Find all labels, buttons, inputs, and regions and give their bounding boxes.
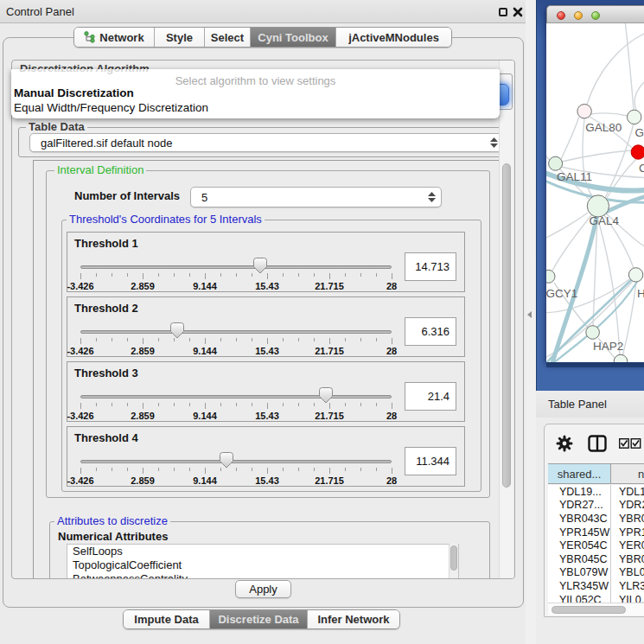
tab-infer-network[interactable]: Infer Network	[307, 610, 399, 628]
column-header-shared-name[interactable]: shared...	[548, 464, 611, 483]
minimize-traffic-light[interactable]	[574, 11, 583, 20]
table-hscrollbar-thumb[interactable]	[552, 606, 626, 614]
slider-tick	[112, 403, 112, 406]
popup-item-manual-discretization[interactable]: Manual Discretization	[14, 86, 134, 99]
table-hscrollbar[interactable]	[548, 603, 644, 615]
table-row[interactable]: YLR345WYLR3...	[548, 579, 644, 593]
tab-label: Style	[166, 31, 193, 44]
network-edge[interactable]	[625, 23, 634, 110]
network-edge[interactable]	[546, 151, 550, 160]
tab-discretize-data[interactable]: Discretize Data	[209, 610, 307, 628]
slider-tick	[376, 338, 377, 341]
slider-tick	[283, 338, 284, 341]
interval-definition-group-title: Interval Definition	[54, 163, 146, 176]
cell-name: YBR0...	[611, 513, 644, 525]
slider-track[interactable]	[80, 395, 392, 399]
network-node[interactable]	[586, 326, 600, 340]
slider-thumb[interactable]	[253, 258, 267, 274]
network-node[interactable]	[546, 270, 555, 283]
popup-placeholder-item[interactable]: Select algorithm to view settings	[11, 74, 500, 87]
attribute-list-item[interactable]: BetweennessCentrality	[67, 572, 458, 579]
screen: Control Panel NetworkStyleSelectCyni Too…	[0, 0, 644, 644]
attributes-list-scrollbar[interactable]	[449, 544, 458, 579]
threshold-value-field[interactable]: 6.316	[405, 317, 456, 346]
network-edge[interactable]	[634, 75, 644, 110]
cell-name: YBL0...	[611, 566, 644, 578]
popup-item-equal-width[interactable]: Equal Width/Frequency Discretization	[14, 101, 208, 114]
split-divider[interactable]	[526, 0, 536, 644]
slider-track[interactable]	[80, 460, 392, 463]
close-icon[interactable]	[513, 7, 523, 17]
collapse-arrow-icon[interactable]	[527, 311, 532, 318]
slider-scale-label: 15.43	[255, 346, 279, 356]
table-data-combo[interactable]: galFiltered.sif default node	[29, 133, 504, 152]
combo-arrows-icon	[422, 192, 441, 202]
panel-scrollbar-track[interactable]	[499, 61, 513, 578]
network-node[interactable]	[614, 354, 628, 362]
table-row[interactable]: YBR043CYBR0...	[548, 512, 644, 526]
network-edge[interactable]	[587, 30, 644, 105]
panel-scrollbar-thumb[interactable]	[502, 163, 511, 488]
slider-thumb[interactable]	[220, 452, 233, 469]
table-row[interactable]: YPR145WYPR1...	[548, 526, 644, 539]
network-edge[interactable]	[562, 150, 631, 162]
cell-name: YER0...	[611, 539, 644, 552]
table-row[interactable]: YIL052CYIL0...	[548, 593, 644, 603]
slider-track[interactable]	[80, 265, 392, 269]
checkboxes-icon[interactable]	[619, 438, 641, 449]
slider-thumb[interactable]	[319, 387, 333, 404]
table-row[interactable]: YBR045CYBR0...	[548, 552, 644, 566]
threshold-value-field[interactable]: 11.344	[405, 447, 456, 475]
float-window-icon[interactable]	[499, 8, 507, 16]
numerical-attributes-list[interactable]: SelfLoopsTopologicalCoefficientBetweenne…	[67, 544, 459, 579]
slider-thumb[interactable]	[170, 322, 184, 339]
network-node[interactable]	[631, 145, 644, 159]
cell-name: YIL0...	[611, 594, 644, 603]
tab-cyni-toolbox[interactable]: Cyni Toolbox	[250, 28, 335, 47]
number-of-intervals-combo[interactable]: 5	[190, 187, 442, 207]
network-edge[interactable]	[590, 113, 628, 116]
close-traffic-light[interactable]	[557, 11, 565, 20]
tab-network[interactable]: Network	[74, 28, 154, 47]
tab-label: Cyni Toolbox	[258, 31, 328, 44]
network-edge[interactable]	[597, 217, 620, 356]
table-row[interactable]: YDL19...YDL1...	[548, 485, 644, 499]
network-edge[interactable]	[546, 213, 588, 239]
gear-icon[interactable]	[556, 435, 573, 452]
cell-shared-name: YDR27...	[548, 499, 611, 513]
tab-impute-data[interactable]: Impute Data	[124, 610, 209, 628]
network-node[interactable]	[549, 156, 563, 170]
column-header-name[interactable]: n...	[611, 464, 644, 483]
attribute-list-item[interactable]: SelfLoops	[67, 545, 458, 558]
table-row[interactable]: YER054CYER0...	[548, 539, 644, 552]
apply-button[interactable]: Apply	[235, 580, 291, 598]
tab-jactivemnodules[interactable]: jActiveMNodules	[335, 28, 451, 47]
slider-tick	[267, 338, 268, 344]
tab-style[interactable]: Style	[154, 28, 204, 47]
network-edge[interactable]	[561, 117, 579, 159]
slider-scale-label: 28	[386, 346, 397, 356]
table-row[interactable]: YDR27...YDR2...	[548, 499, 644, 513]
network-node[interactable]	[577, 105, 591, 118]
slider-scale-label: 28	[386, 281, 397, 291]
network-canvas[interactable]: GAL80GACYGAL11GAL4GCY1HIHAP2	[546, 23, 644, 362]
threshold-label: Threshold 3	[74, 367, 138, 379]
network-window-titlebar[interactable]	[546, 5, 644, 23]
attribute-list-item[interactable]: TopologicalCoefficient	[67, 558, 458, 572]
zoom-traffic-light[interactable]	[591, 11, 600, 20]
threshold-value-field[interactable]: 21.4	[405, 382, 456, 411]
split-view-icon[interactable]	[588, 435, 607, 452]
cell-name: YPR1...	[611, 526, 644, 539]
slider-track[interactable]	[80, 330, 392, 334]
network-icon	[84, 31, 95, 43]
network-node[interactable]	[628, 110, 641, 124]
slider-tick	[205, 338, 206, 344]
tab-select[interactable]: Select	[204, 28, 250, 47]
table-row[interactable]: YBL079WYBL0...	[548, 566, 644, 580]
slider-tick	[252, 468, 252, 471]
threshold-value-field[interactable]: 14.713	[405, 252, 456, 281]
network-node[interactable]	[628, 268, 642, 282]
network-window[interactable]: GAL80GACYGAL11GAL4GCY1HIHAP2	[546, 5, 644, 362]
numerical-attributes-label: Numerical Attributes	[58, 530, 168, 543]
slider-tick	[283, 403, 284, 406]
